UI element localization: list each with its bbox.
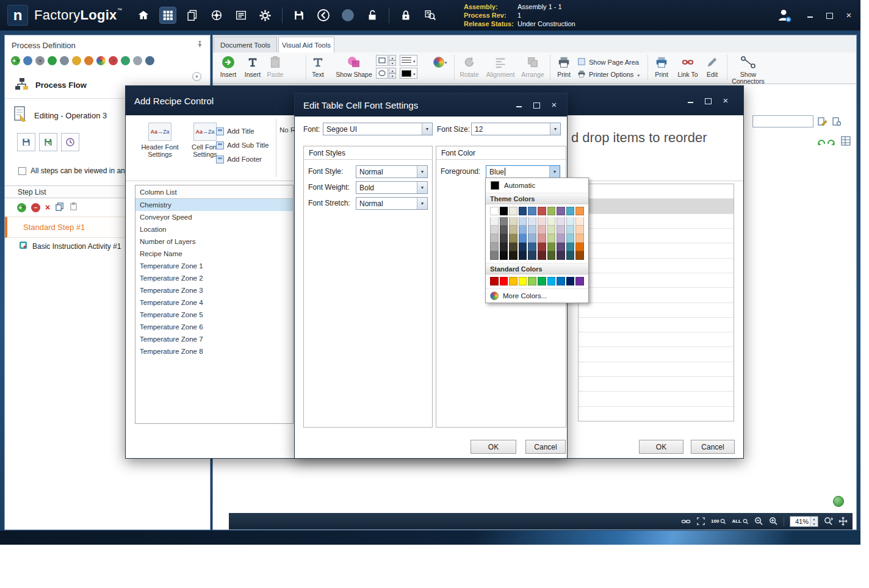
theme-color-swatch[interactable] xyxy=(528,217,536,226)
column-list-item[interactable]: Temperature Zone 1 xyxy=(135,260,293,272)
theme-color-swatch[interactable] xyxy=(557,234,565,243)
theme-color-swatch[interactable] xyxy=(500,226,508,234)
theme-color-swatch[interactable] xyxy=(575,217,584,226)
process-flow-item[interactable]: Process Flow xyxy=(13,77,87,93)
printer-options-dropdown[interactable]: Printer Options xyxy=(577,70,640,79)
theme-color-swatch[interactable] xyxy=(528,226,536,234)
back-icon[interactable] xyxy=(316,7,331,23)
theme-color-swatch[interactable] xyxy=(500,243,508,251)
rect-size-spinner[interactable] xyxy=(389,55,396,66)
combo-dropdown-icon[interactable] xyxy=(417,182,427,193)
reorder-row[interactable] xyxy=(579,259,734,273)
standard-color-swatch[interactable] xyxy=(519,277,527,285)
theme-color-swatch[interactable] xyxy=(509,243,517,251)
column-list-item[interactable]: Temperature Zone 4 xyxy=(135,296,293,309)
theme-color-swatch[interactable] xyxy=(538,217,546,226)
refresh-icon[interactable] xyxy=(121,56,130,65)
add-step-icon[interactable]: + xyxy=(17,203,26,212)
beaker-icon[interactable] xyxy=(84,56,93,65)
pin-icon[interactable] xyxy=(196,40,204,50)
recipe-ok-button[interactable]: OK xyxy=(639,440,683,454)
theme-color-swatch[interactable] xyxy=(490,226,499,234)
share-icon[interactable] xyxy=(48,56,57,65)
history-clock-button[interactable] xyxy=(61,133,79,151)
standard-color-swatch[interactable] xyxy=(490,277,499,285)
selection-frame-icon[interactable] xyxy=(696,517,705,526)
zoom-region-icon[interactable] xyxy=(824,517,833,526)
theme-color-swatch[interactable] xyxy=(547,243,556,251)
theme-color-swatch[interactable] xyxy=(566,251,575,260)
reorder-row[interactable] xyxy=(579,303,734,318)
theme-color-swatch[interactable] xyxy=(509,234,517,243)
compass-icon[interactable] xyxy=(209,7,225,23)
theme-color-swatch[interactable] xyxy=(500,207,508,215)
reorder-row[interactable] xyxy=(579,184,734,199)
theme-color-swatch[interactable] xyxy=(538,234,546,243)
theme-color-swatch[interactable] xyxy=(557,226,565,234)
theme-color-swatch[interactable] xyxy=(566,207,575,215)
add-title-button[interactable]: Add Title xyxy=(216,126,254,136)
theme-color-swatch[interactable] xyxy=(566,226,575,234)
ribbon-print2-button[interactable]: Print xyxy=(651,54,672,78)
page-edit-icon[interactable] xyxy=(817,116,828,127)
line-style-dropdown[interactable] xyxy=(400,55,417,66)
reorder-row[interactable] xyxy=(579,392,734,406)
theme-color-swatch[interactable] xyxy=(547,217,556,226)
reorder-row[interactable] xyxy=(579,362,734,377)
standard-color-swatch[interactable] xyxy=(500,277,508,285)
theme-color-swatch[interactable] xyxy=(509,217,517,226)
standard-color-swatch[interactable] xyxy=(557,277,565,285)
column-list-item[interactable]: Number of Layers xyxy=(135,235,293,248)
column-list-item[interactable]: Temperature Zone 8 xyxy=(135,345,293,357)
zoom-all-button[interactable]: ALL xyxy=(732,518,749,525)
process-grid-icon[interactable] xyxy=(160,7,176,23)
theme-color-swatch[interactable] xyxy=(557,217,565,226)
collapse-chevron-icon[interactable]: ▾ xyxy=(192,72,201,81)
more-colors-item[interactable]: More Colors... xyxy=(486,289,588,303)
theme-color-swatch[interactable] xyxy=(519,226,527,234)
theme-color-swatch[interactable] xyxy=(528,243,536,251)
ribbon-insert-text-button[interactable]: Insert xyxy=(242,54,264,78)
theme-color-swatch[interactable] xyxy=(547,226,556,234)
theme-color-swatch[interactable] xyxy=(519,207,527,215)
theme-color-swatch[interactable] xyxy=(566,217,575,226)
font-ok-button[interactable]: OK xyxy=(471,440,516,454)
theme-color-swatch[interactable] xyxy=(566,234,575,243)
theme-color-swatch[interactable] xyxy=(509,251,517,260)
theme-color-swatch[interactable] xyxy=(519,234,527,243)
reorder-row[interactable] xyxy=(579,214,734,229)
redo-icon[interactable] xyxy=(826,137,837,148)
theme-color-swatch[interactable] xyxy=(575,251,584,260)
column-list-item[interactable]: Temperature Zone 2 xyxy=(135,272,293,284)
reorder-row[interactable] xyxy=(579,407,734,421)
dialog-close-button[interactable] xyxy=(721,97,730,104)
add-sub-title-button[interactable]: Add Sub Title xyxy=(216,140,269,150)
theme-color-swatch[interactable] xyxy=(528,234,536,243)
header-font-settings-button[interactable]: Aa→Za Header Font Settings xyxy=(135,123,184,158)
theme-color-swatch[interactable] xyxy=(538,226,546,234)
theme-color-swatch[interactable] xyxy=(519,243,527,251)
steps-order-checkbox[interactable] xyxy=(18,167,26,175)
font-size-combo[interactable]: 12 xyxy=(471,123,561,135)
theme-color-swatch[interactable] xyxy=(547,207,556,215)
standard-color-swatch[interactable] xyxy=(538,277,546,285)
award-icon[interactable] xyxy=(72,56,81,65)
theme-color-swatch[interactable] xyxy=(528,251,536,260)
theme-color-swatch[interactable] xyxy=(566,243,575,251)
theme-color-swatch[interactable] xyxy=(547,251,556,260)
dialog-maximize-button[interactable] xyxy=(532,101,541,109)
theme-color-swatch[interactable] xyxy=(575,234,584,243)
remove-step-icon[interactable]: – xyxy=(31,203,40,212)
ellipse-shape-button[interactable] xyxy=(376,68,388,79)
user-icon[interactable] xyxy=(776,7,792,23)
tab-visual-aid-tools[interactable]: Visual Aid Tools xyxy=(278,37,334,52)
combo-dropdown-icon[interactable] xyxy=(550,123,560,135)
reorder-row[interactable] xyxy=(579,229,734,243)
rect-shape-button[interactable] xyxy=(376,55,388,66)
reorder-row[interactable] xyxy=(579,377,734,392)
theme-color-swatch[interactable] xyxy=(557,207,565,215)
foreground-color-combo[interactable]: Blue xyxy=(486,165,560,178)
grid-view-icon[interactable] xyxy=(840,135,851,146)
save-icon[interactable] xyxy=(291,7,307,23)
copy-icon[interactable] xyxy=(55,202,64,213)
